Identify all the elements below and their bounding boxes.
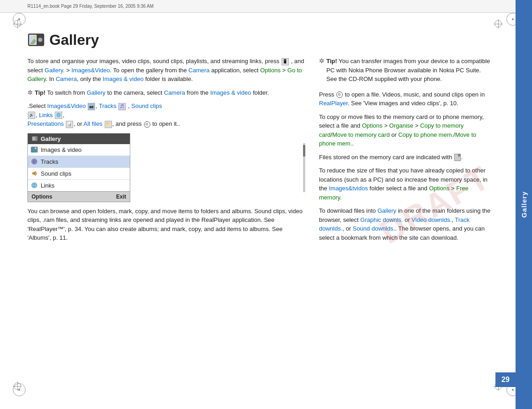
phone-menu: Gallery Images & video [27,133,130,202]
menu-footer-exit[interactable]: Exit [116,194,126,200]
sidebar-label: Gallery [520,191,528,218]
gallery2-link: Gallery [378,207,396,214]
svg-point-2 [38,38,43,42]
sound-icon-small: 🔊 [28,112,35,119]
menu-scrollbar-thumb [303,145,305,156]
top-header: R1114_en.book Page 29 Friday, September … [0,0,532,13]
main-content: Gallery To store and organise your image… [0,13,516,409]
options3-link: Options [429,185,450,192]
menu-item-images-label: Images & video [41,146,82,153]
phone-menu-footer: Options Exit [28,191,130,202]
images-video3-link: Images&Video [47,102,85,109]
press-paragraph: Press ⊙ to open a file. Videos, music, a… [319,90,493,108]
phone-menu-items: Images & video Tracks [28,144,130,191]
camera-link: Camera [188,67,209,74]
files-paragraph: Files stored on the memory card are indi… [319,153,493,162]
right-column: ✲ Tip! You can transfer images from your… [319,57,493,247]
reduce-paragraph: To reduce the size of files that you hav… [319,166,493,202]
two-col-layout: To store and organise your images, video… [27,57,493,247]
realplayer-link: RealPlayer [319,100,348,107]
phone-menu-wrapper: Gallery Images & video [27,133,305,202]
video-link: Video downlds. [411,216,452,223]
organise-link: Organise [389,122,414,129]
allfiles-icon: 📁 [105,121,112,128]
presentations-icon: 📊 [66,121,73,128]
tip1-box: ✲ Tip! To switch from Gallery to the cam… [27,88,305,97]
all-files-link: All files [84,120,102,127]
links-icon-small: 🌐 [55,112,62,119]
tracks-icon [31,158,38,165]
links-icon [31,182,38,189]
menu-item-sound[interactable]: Sound clips [28,168,130,180]
menu-footer-options[interactable]: Options [32,194,52,200]
sound-clips-link: Sound clips [131,102,162,109]
options-link: Options [260,67,281,74]
menu-item-links[interactable]: Links [28,180,130,191]
images-tvidos-link: Images&tvidos [329,185,368,192]
tip2-icon: ✲ [319,57,325,65]
graphic-link: Graphic downls. [360,216,403,223]
menu-scrollbar-track [303,143,305,192]
tip2-box: ✲ Tip! You can transfer images from your… [319,57,493,84]
menu-title-label: Gallery [41,135,61,142]
download-paragraph: To download files into Gallery in one of… [319,206,493,242]
images-video2-link: Images & video [103,75,144,82]
menu-item-images[interactable]: Images & video [28,144,130,156]
browse-paragraph: You can browse and open folders, mark, c… [27,207,305,242]
images-video-link: Images&Video [71,67,110,74]
move-to-memory-link: Move to memory card [332,131,390,138]
options2-link: Options [362,122,383,129]
tip1-icon: ✲ [27,89,33,96]
tip1-text: Tip! To switch from Gallery to the camer… [35,88,269,97]
copy-to-phone-link: Copy to phone mem. [398,131,453,138]
left-column: To store and organise your images, video… [27,57,305,247]
menu-item-tracks-label: Tracks [41,158,59,165]
page-title: Gallery [49,32,99,48]
right-sidebar: Gallery [516,0,532,409]
joystick-icon: ⊙ [144,121,150,128]
press-icon: 📱 [282,58,289,65]
camera2-link: Camera [56,75,77,82]
copy-paragraph: To copy or move files to the memory card… [319,113,493,148]
presentations-link: Presentations [27,120,64,127]
sound-clips-icon [31,170,38,177]
select-paragraph: .Select Images&Video 📷, Tracks 🎵 , Sound… [27,102,305,129]
menu-title-icon [32,135,38,142]
select-section: .Select Images&Video 📷, Tracks 🎵 , Sound… [27,102,305,129]
images-icon-small: 📷 [88,103,95,110]
svg-point-10 [35,147,37,149]
memory-card-icon [454,154,461,161]
gallery-title-icon [27,31,45,48]
intro-paragraph: To store and organise your images, video… [27,57,305,84]
menu-item-links-label: Links [41,182,54,189]
svg-point-5 [34,36,36,38]
press-nav-icon: ⊙ [336,91,343,98]
links-link: Links [39,112,53,118]
menu-item-tracks[interactable]: Tracks [28,156,130,168]
tracks-icon-small: 🎵 [118,103,126,110]
gallery-link: Gallery [45,67,63,74]
phone-menu-title: Gallery [28,134,130,144]
title-section: Gallery [27,31,493,48]
sound-link: Sound downlds. [353,225,395,232]
images-video-icon [31,146,38,153]
tracks-link: Tracks [99,102,117,109]
svg-rect-7 [32,137,35,140]
tip2-text: Tip! You can transfer images from your d… [326,57,493,84]
svg-rect-8 [31,147,37,152]
menu-item-sound-label: Sound clips [41,170,71,177]
header-text: R1114_en.book Page 29 Friday, September … [27,4,154,9]
svg-point-13 [34,161,35,162]
